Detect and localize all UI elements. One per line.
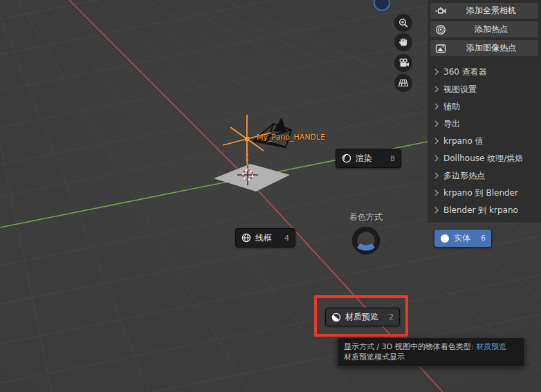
chevron-right-icon [434,172,439,179]
panel-label: 导出 [443,118,460,130]
grid-icon [398,77,409,88]
chevron-right-icon [434,103,439,110]
sidebar-panel: 添加全景相机 添加热点 添加图像热点 360 查看器 视图设置 [428,0,541,223]
chevron-right-icon [434,207,439,214]
panel-label: Blender 到 krpano [443,205,518,216]
solid-sphere-icon [440,234,450,243]
zoom-tool-button[interactable] [394,14,412,32]
hotspot-target-icon [434,24,447,35]
pie-menu-title: 着色方式 [324,212,407,223]
pie-item-solid[interactable]: 实体 6 [434,229,492,248]
panel-blender-to-krpano[interactable]: Blender 到 krpano [434,203,538,217]
panel-export[interactable]: 导出 [434,117,538,131]
tooltip: 显示方式 / 3D 视图中的物体着色类型: 材质预览 材质预览模式显示 [337,337,525,367]
pie-item-label: 渲染 [356,153,372,165]
pie-item-render[interactable]: 渲染 8 [336,149,401,168]
panel-krpano-values[interactable]: krpano 值 [434,134,538,148]
tooltip-value-highlight: 材质预览 [476,342,506,351]
panel-label: 多边形热点 [443,170,485,182]
perspective-toggle-button[interactable] [394,74,412,92]
pie-item-label: 实体 [454,232,470,244]
image-icon [434,43,447,54]
pie-item-hotkey: 6 [481,234,486,243]
annotation-highlight-box [314,295,408,337]
panel-360-viewer[interactable]: 360 查看器 [434,65,538,79]
wireframe-sphere-icon [241,233,251,243]
pie-item-hotkey: 4 [284,234,289,243]
hand-icon [398,37,409,48]
tooltip-line-2: 材质预览模式显示 [344,352,518,362]
chevron-right-icon [434,86,439,93]
object-name-label: My_Pano_HANDLE [257,133,325,142]
add-pano-camera-button[interactable]: 添加全景相机 [430,2,539,19]
pie-menu-center[interactable] [349,224,383,257]
movie-camera-icon [398,57,410,68]
pie-direction-arc [359,245,374,248]
chevron-right-icon [434,189,439,196]
pie-item-label: 线框 [255,232,272,244]
chevron-right-icon [434,155,439,162]
navigation-gizmo-axis-ball[interactable] [372,0,392,12]
tooltip-line-1: 显示方式 / 3D 视图中的物体着色类型: 材质预览 [344,342,518,352]
add-hotspot-button[interactable]: 添加热点 [430,21,539,38]
panel-label: krpano 到 Blender [443,187,518,199]
panel-assist[interactable]: 辅助 [434,100,538,113]
camera-view-button[interactable] [394,54,412,72]
pano-camera-icon [434,6,447,17]
chevron-right-icon [434,138,439,144]
magnifier-plus-icon [398,17,409,28]
chevron-right-icon [434,120,439,127]
panel-label: 360 查看器 [443,66,487,78]
add-image-hotspot-label: 添加图像热点 [448,42,534,54]
add-image-hotspot-button[interactable]: 添加图像热点 [430,39,539,57]
add-pano-camera-label: 添加全景相机 [448,5,534,17]
render-sphere-icon [342,153,351,163]
panel-view-settings[interactable]: 视图设置 [434,82,538,96]
pie-item-hotkey: 8 [390,154,395,163]
panel-krpano-to-blender[interactable]: krpano 到 Blender [434,186,538,200]
panel-label: 视图设置 [443,84,477,95]
panel-label: 辅助 [443,101,460,113]
panel-dollhouse-bake[interactable]: Dollhouse 纹理/烘焙 [434,151,538,165]
add-hotspot-label: 添加热点 [448,24,534,35]
pan-tool-button[interactable] [394,33,412,51]
panel-polygon-hotspot[interactable]: 多边形热点 [434,169,538,183]
panel-label: Dollhouse 纹理/烘焙 [443,153,523,165]
chevron-right-icon [434,68,439,75]
pie-item-wireframe[interactable]: 线框 4 [235,228,295,248]
panel-label: krpano 值 [443,136,484,147]
